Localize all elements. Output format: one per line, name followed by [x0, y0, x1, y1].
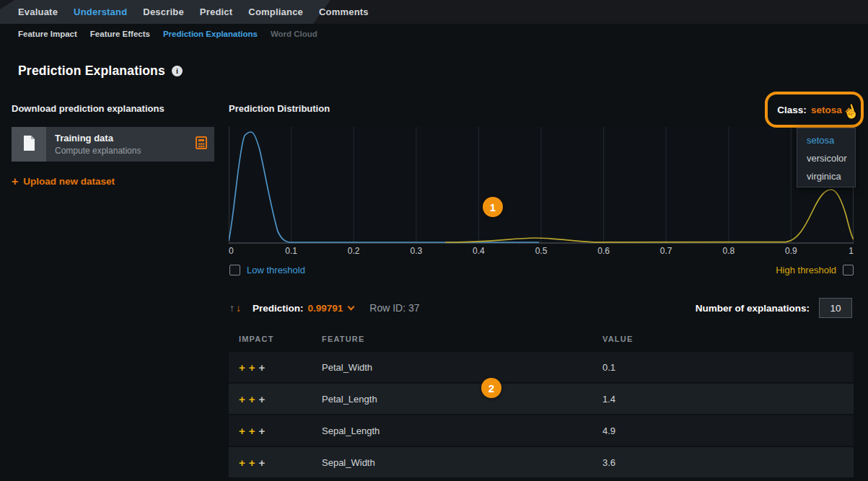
plus-icon: +: [259, 456, 266, 469]
feature-cell: Petal_Length: [322, 394, 377, 405]
dropdown-option-versicolor[interactable]: versicolor: [797, 149, 855, 167]
plus-icon: +: [259, 425, 266, 437]
column-header-impact: IMPACT: [239, 335, 274, 343]
feature-cell: Sepal_Length: [322, 425, 380, 436]
value-cell: 0.1: [602, 362, 615, 373]
class-selector-value[interactable]: setosa: [811, 105, 842, 115]
dataset-card-text: Training data Compute explanations: [46, 127, 196, 162]
plus-icon: +: [12, 177, 18, 187]
feature-cell: Sepal_Width: [322, 457, 375, 468]
info-icon[interactable]: i: [172, 66, 183, 76]
x-tick: 0.1: [285, 246, 297, 256]
prediction-explanations-page: Evaluate Understand Describe Predict Com…: [0, 0, 868, 481]
x-tick: 0.4: [473, 246, 485, 256]
upload-new-dataset-link[interactable]: + Upload new dataset: [12, 176, 115, 187]
training-data-card[interactable]: Training data Compute explanations: [12, 127, 214, 162]
impact-cell: + + +: [239, 456, 265, 469]
class-selector-label: Class:: [777, 105, 807, 115]
x-tick: 1: [849, 246, 854, 256]
value-cell: 3.6: [602, 457, 615, 468]
table-header: IMPACT FEATURE VALUE: [229, 328, 854, 350]
feature-cell: Petal_Width: [322, 362, 372, 373]
download-section-title: Download prediction explanations: [12, 103, 165, 114]
x-tick: 0.3: [410, 246, 422, 256]
page-title: Prediction Explanations: [18, 63, 165, 79]
density-curve-yellow: [445, 190, 854, 242]
x-tick: 0.8: [722, 246, 735, 256]
explanations-count-input[interactable]: [819, 298, 852, 318]
x-tick: 0.2: [348, 246, 360, 256]
x-axis-ticks: 0 0.1 0.2 0.3 0.4 0.5 0.6 0.7 0.8 0.9 1: [229, 246, 854, 257]
subtab-feature-impact[interactable]: Feature Impact: [18, 30, 77, 38]
dropdown-option-setosa[interactable]: setosa: [797, 131, 855, 149]
table-row[interactable]: + + + Sepal_Length 4.9: [229, 415, 854, 446]
impact-cell: + + +: [239, 361, 265, 374]
page-title-row: Prediction Explanations i: [18, 63, 183, 79]
table-row[interactable]: + + + Sepal_Width 3.6: [229, 447, 854, 477]
compute-icon-wrap[interactable]: [196, 136, 207, 152]
density-curve-blue: [229, 132, 539, 242]
high-threshold-checkbox[interactable]: [843, 265, 854, 275]
distribution-plot: [229, 127, 854, 244]
tab-evaluate[interactable]: Evaluate: [18, 6, 58, 17]
x-tick: 0.5: [535, 246, 548, 256]
tab-compliance[interactable]: Compliance: [248, 6, 303, 17]
tab-comments[interactable]: Comments: [319, 6, 369, 17]
top-header-band: Evaluate Understand Describe Predict Com…: [0, 0, 868, 24]
impact-cell: + + +: [239, 425, 265, 437]
dataset-name: Training data: [55, 133, 196, 144]
plus-icon: +: [249, 361, 255, 374]
explanations-count-label: Number of explanations:: [696, 303, 810, 314]
subtab-word-cloud: Word Cloud: [271, 30, 317, 38]
low-threshold-label: Low threshold: [247, 265, 305, 275]
x-tick: 0: [229, 246, 234, 256]
file-icon-cell: [12, 127, 46, 162]
plus-icon: +: [259, 393, 266, 405]
x-tick: 0.7: [660, 246, 672, 256]
high-threshold-label: High threshold: [776, 265, 836, 275]
prediction-distribution-chart[interactable]: [229, 127, 854, 244]
prediction-label: Prediction:: [253, 303, 304, 314]
subtab-prediction-explanations[interactable]: Prediction Explanations: [163, 30, 258, 38]
high-threshold-control: High threshold: [776, 265, 854, 275]
dataset-action: Compute explanations: [55, 146, 196, 156]
tab-understand[interactable]: Understand: [74, 6, 127, 17]
chevron-down-icon[interactable]: [348, 304, 355, 311]
subtab-feature-effects[interactable]: Feature Effects: [90, 30, 150, 38]
chevron-up-icon[interactable]: [845, 107, 852, 115]
plus-icon: +: [239, 393, 245, 405]
low-threshold-control: Low threshold: [229, 265, 305, 275]
dropdown-option-virginica[interactable]: virginica: [797, 167, 855, 185]
document-icon: [23, 136, 35, 154]
plus-icon: +: [239, 425, 245, 437]
prediction-value[interactable]: 0.99791: [308, 303, 343, 314]
low-threshold-checkbox[interactable]: [229, 265, 240, 275]
class-dropdown-menu: setosa versicolor virginica: [797, 128, 856, 187]
class-selector-highlight-ring[interactable]: Class: setosa: [765, 92, 864, 128]
plus-icon: +: [239, 361, 245, 374]
table-row[interactable]: + + + Petal_Width 0.1: [229, 352, 854, 382]
upload-new-dataset-label: Upload new dataset: [23, 176, 115, 187]
annotation-step-2-badge: 2: [481, 378, 501, 398]
column-header-value: VALUE: [602, 335, 633, 343]
x-tick: 0.9: [785, 246, 797, 256]
impact-cell: + + +: [239, 393, 265, 405]
tab-describe[interactable]: Describe: [143, 6, 184, 17]
value-cell: 4.9: [602, 425, 615, 436]
column-header-feature: FEATURE: [322, 335, 365, 343]
distribution-title: Prediction Distribution: [229, 103, 330, 114]
plus-icon: +: [249, 425, 255, 437]
plus-icon: +: [249, 456, 255, 469]
plus-icon: +: [249, 393, 255, 405]
tab-predict[interactable]: Predict: [200, 6, 232, 17]
explanations-count-control: Number of explanations:: [696, 297, 852, 319]
sort-descending-icon[interactable]: ↓: [236, 302, 241, 314]
calculator-icon: [196, 136, 207, 152]
prediction-selector-bar: ↑ ↓ Prediction: 0.99791 Row ID: 37: [229, 297, 420, 319]
plus-icon: +: [239, 456, 245, 469]
sort-ascending-icon[interactable]: ↑: [229, 302, 234, 314]
table-row[interactable]: + + + Petal_Length 1.4: [229, 384, 854, 414]
plus-icon: +: [259, 361, 266, 374]
sub-nav: Feature Impact Feature Effects Predictio…: [18, 24, 317, 43]
main-nav: Evaluate Understand Describe Predict Com…: [18, 0, 369, 24]
